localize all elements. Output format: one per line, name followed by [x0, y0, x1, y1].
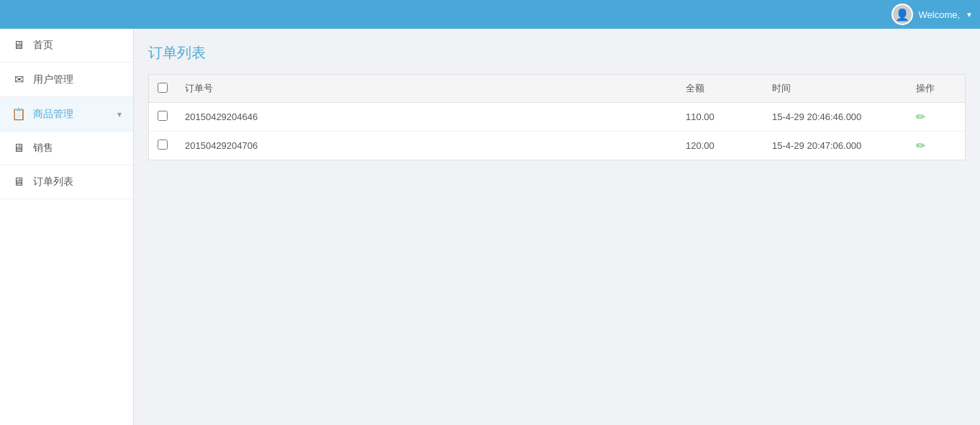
product-icon: 📋 — [12, 107, 26, 121]
sales-icon: 🖥 — [12, 142, 26, 155]
layout: 🖥 首页 ✉ 用户管理 📋 商品管理 ▾ 🖥 销售 🖥 订单列表 订单列表 — [0, 29, 980, 425]
avatar-icon: 👤 — [895, 8, 909, 22]
col-header-checkbox — [149, 75, 176, 103]
row-checkbox[interactable] — [158, 140, 168, 150]
sidebar-item-user-mgmt[interactable]: ✉ 用户管理 — [0, 63, 133, 97]
sidebar-item-order-list[interactable]: 🖥 订单列表 — [0, 165, 133, 199]
row-amount: 120.00 — [677, 132, 763, 160]
mail-icon: ✉ — [12, 73, 26, 86]
row-order-no: 20150429204646 — [176, 103, 677, 132]
page-title: 订单列表 — [148, 43, 966, 63]
sidebar-item-sales[interactable]: 🖥 销售 — [0, 132, 133, 165]
header: 👤 Welcome, ▼ — [0, 0, 980, 29]
col-header-amount: 全额 — [677, 75, 763, 103]
header-user-area: 👤 Welcome, ▼ — [891, 4, 973, 25]
row-checkbox-cell — [149, 132, 176, 160]
col-header-action: 操作 — [907, 75, 965, 103]
order-icon: 🖥 — [12, 175, 26, 188]
sidebar-item-label: 首页 — [33, 39, 122, 52]
table-row: 20150429204646 110.00 15-4-29 20:46:46.0… — [149, 103, 965, 132]
table-header-row: 订单号 全额 时间 操作 — [149, 75, 965, 103]
select-all-checkbox[interactable] — [158, 83, 168, 93]
sidebar-item-label: 销售 — [33, 142, 122, 155]
row-checkbox-cell — [149, 103, 176, 132]
order-table: 订单号 全额 时间 操作 20150429204646 110.00 15-4-… — [149, 75, 965, 160]
sidebar-item-product-mgmt[interactable]: 📋 商品管理 ▾ — [0, 97, 133, 132]
sidebar: 🖥 首页 ✉ 用户管理 📋 商品管理 ▾ 🖥 销售 🖥 订单列表 — [0, 29, 134, 425]
sidebar-item-label: 商品管理 — [33, 108, 110, 121]
sidebar-item-home[interactable]: 🖥 首页 — [0, 29, 133, 63]
main-content: 订单列表 订单号 全额 时间 操作 — [134, 29, 980, 425]
sidebar-item-label: 订单列表 — [33, 175, 122, 188]
row-time: 15-4-29 20:46:46.000 — [763, 103, 907, 132]
row-order-no: 20150429204706 — [176, 132, 677, 160]
avatar: 👤 — [891, 4, 913, 25]
edit-icon[interactable]: ✏ — [916, 111, 925, 123]
row-checkbox[interactable] — [158, 111, 168, 121]
sidebar-item-label: 用户管理 — [33, 73, 122, 86]
user-dropdown-icon[interactable]: ▼ — [966, 11, 973, 19]
chevron-down-icon: ▾ — [117, 109, 122, 119]
row-time: 15-4-29 20:47:06.000 — [763, 132, 907, 160]
row-amount: 110.00 — [677, 103, 763, 132]
row-action: ✏ — [907, 103, 965, 132]
welcome-text: Welcome, — [919, 9, 961, 20]
col-header-time: 时间 — [763, 75, 907, 103]
edit-icon[interactable]: ✏ — [916, 140, 925, 152]
order-table-container: 订单号 全额 时间 操作 20150429204646 110.00 15-4-… — [148, 74, 966, 160]
row-action: ✏ — [907, 132, 965, 160]
home-icon: 🖥 — [12, 39, 26, 52]
col-header-order-no: 订单号 — [176, 75, 677, 103]
table-row: 20150429204706 120.00 15-4-29 20:47:06.0… — [149, 132, 965, 160]
